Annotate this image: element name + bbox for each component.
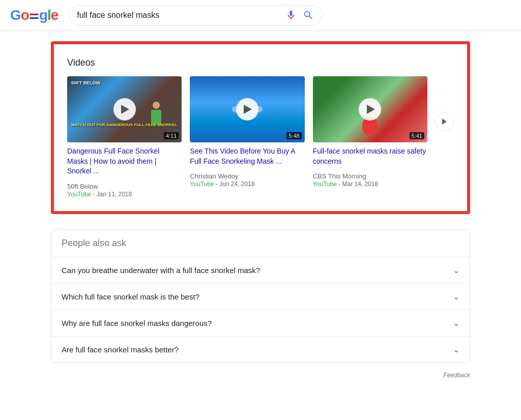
paa-chevron-3: ⌄	[453, 345, 459, 354]
paa-item-0[interactable]: Can you breathe underwater with a full f…	[51, 257, 470, 284]
paa-item-3[interactable]: Are full face snorkel masks better? ⌄	[51, 337, 470, 363]
video-date-3: Mar 14, 2018	[342, 181, 378, 188]
videos-section: Videos 50FT BELOW WATCH OUT FOR DANGEROU…	[59, 49, 462, 206]
youtube-label-2: YouTube	[190, 181, 214, 188]
search-icons	[285, 10, 314, 21]
paa-question-3: Are full face snorkel masks better?	[62, 345, 179, 354]
videos-highlight-box: Videos 50FT BELOW WATCH OUT FOR DANGEROU…	[51, 41, 470, 214]
logo-g-letter: G	[10, 7, 21, 23]
duration-badge-3: 5:41	[410, 132, 424, 139]
paa-question-1: Which full face snorkel mask is the best…	[62, 292, 199, 301]
video-thumbnail-1: 50FT BELOW WATCH OUT FOR DANGEROUS FULL …	[67, 76, 182, 142]
play-button-1[interactable]	[113, 98, 136, 121]
video-date-1: Jan 11, 2018	[97, 191, 132, 198]
person-figure-1	[146, 102, 166, 132]
thumbnail-overlay-1: 50FT BELOW	[71, 80, 100, 85]
google-logo[interactable]: Gogle	[10, 8, 58, 22]
channel-name-3: CBS This Morning	[313, 172, 427, 180]
videos-grid: 50FT BELOW WATCH OUT FOR DANGEROUS FULL …	[67, 76, 454, 198]
play-button-3[interactable]	[359, 98, 381, 121]
paa-item-2[interactable]: Why are full face snorkel masks dangerou…	[51, 310, 470, 337]
search-bar	[68, 5, 323, 25]
paa-chevron-0: ⌄	[453, 265, 459, 275]
paa-question-2: Why are full face snorkel masks dangerou…	[62, 319, 212, 327]
duration-badge-1: 4:11	[164, 132, 179, 139]
paa-question-0: Can you breathe underwater with a full f…	[62, 266, 260, 275]
play-button-2[interactable]	[236, 98, 258, 121]
videos-next-button[interactable]	[436, 112, 454, 131]
logo-o1-letter: o	[21, 7, 29, 23]
paa-chevron-2: ⌄	[453, 318, 459, 328]
feedback-row: Feedback	[51, 368, 470, 381]
video-source-1: 50ft Below YouTube - Jan 11, 2018	[67, 183, 182, 198]
paa-item-1[interactable]: Which full face snorkel mask is the best…	[51, 284, 470, 310]
channel-name-2: Christian Wedoy	[190, 172, 304, 180]
video-card-1[interactable]: 50FT BELOW WATCH OUT FOR DANGEROUS FULL …	[67, 76, 182, 198]
youtube-label-1: YouTube	[67, 191, 91, 198]
search-input[interactable]	[77, 11, 281, 20]
people-also-ask-section: People also ask Can you breathe underwat…	[51, 229, 470, 363]
logo-l-letter: l	[47, 7, 51, 23]
video-card-3[interactable]: 5:41 Full-face snorkel masks raise safet…	[313, 76, 427, 188]
logo-g2-letter: g	[39, 7, 47, 23]
yt-date-2: YouTube - Jun 24, 2018	[190, 181, 254, 188]
video-title-3[interactable]: Full-face snorkel masks raise safety con…	[313, 146, 427, 166]
search-magnifier-icon[interactable]	[303, 10, 314, 21]
video-source-2: Christian Wedoy YouTube - Jun 24, 2018	[190, 172, 304, 188]
header: Gogle	[0, 0, 521, 31]
play-triangle-2	[244, 105, 252, 114]
youtube-label-3: YouTube	[313, 181, 337, 188]
logo-e-letter: e	[51, 7, 59, 23]
paa-header: People also ask	[51, 230, 470, 257]
paa-chevron-1: ⌄	[453, 292, 459, 302]
play-triangle-1	[121, 105, 129, 114]
video-thumbnail-3: 5:41	[313, 76, 427, 142]
logo-flag	[30, 13, 39, 19]
play-triangle-3	[367, 105, 375, 114]
videos-title: Videos	[67, 57, 454, 68]
thumbnail-watch-text-1: WATCH OUT FOR DANGEROUS FULL FACE SNORKE…	[71, 123, 178, 127]
feedback-link[interactable]: Feedback	[443, 372, 470, 379]
video-source-3: CBS This Morning YouTube - Mar 14, 2018	[313, 172, 427, 188]
duration-badge-2: 5:48	[286, 132, 301, 139]
mic-icon[interactable]	[285, 10, 297, 21]
video-card-2[interactable]: 5:48 See This Video Before You Buy A Ful…	[190, 76, 304, 188]
yt-date-3: YouTube - Mar 14, 2018	[313, 181, 379, 188]
video-title-1[interactable]: Dangerous Full Face Snorkel Masks | How …	[67, 146, 182, 176]
video-title-2[interactable]: See This Video Before You Buy A Full Fac…	[190, 146, 304, 166]
channel-name-1: 50ft Below	[67, 183, 182, 190]
yt-date-1: YouTube - Jan 11, 2018	[67, 191, 132, 198]
video-date-2: Jun 24, 2018	[219, 181, 254, 188]
chevron-right-icon	[442, 118, 447, 125]
video-thumbnail-2: 5:48	[190, 76, 304, 142]
main-content: Videos 50FT BELOW WATCH OUT FOR DANGEROU…	[0, 31, 521, 392]
